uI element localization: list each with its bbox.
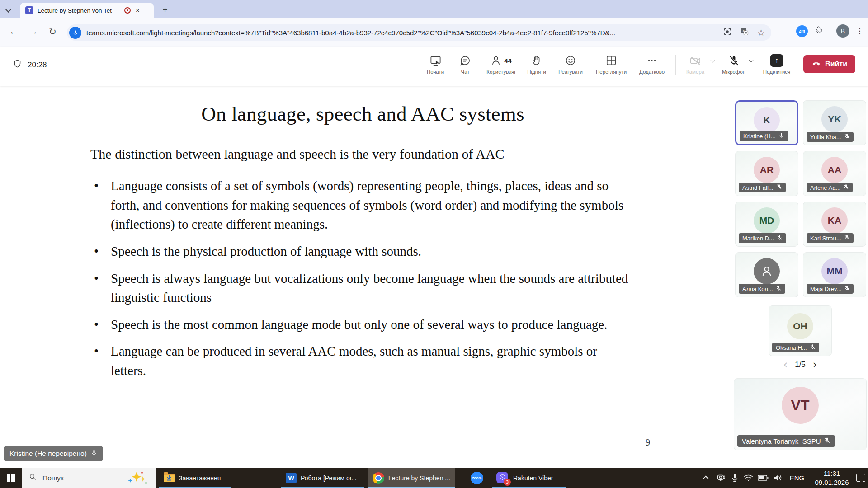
tray-time: 11:31 xyxy=(824,469,840,478)
tray-microphone-icon[interactable] xyxy=(729,468,741,488)
present-screen-icon xyxy=(429,54,442,67)
participant-tile[interactable]: K Kristine (H... xyxy=(735,100,798,145)
microphone-button[interactable]: Мікрофон xyxy=(719,52,749,75)
camera-off-icon xyxy=(689,54,702,67)
zoom-app-icon: zoom xyxy=(471,472,483,484)
tray-volume-icon[interactable] xyxy=(770,468,785,488)
taskbar-app-viber[interactable]: 3 Rakuten Viber xyxy=(492,468,566,488)
mic-muted-icon xyxy=(777,235,783,242)
tab-close-icon[interactable]: ✕ xyxy=(135,7,140,14)
participant-tile[interactable]: MD Mariken D... xyxy=(735,202,798,247)
participants-icon: 44 xyxy=(490,54,512,67)
react-button[interactable]: Реагувати xyxy=(552,52,590,75)
taskbar-app-zoom[interactable]: zoom xyxy=(466,468,488,488)
reload-icon[interactable]: ↻ xyxy=(49,26,57,37)
participant-tile[interactable]: Алла Кол... xyxy=(735,252,798,297)
hangup-icon xyxy=(811,59,821,70)
translate-icon[interactable]: A xyxy=(740,27,749,38)
avatar: KA xyxy=(821,207,848,234)
slide-bullet: Speech is the physical production of lan… xyxy=(90,242,635,261)
participant-tile-spotlight[interactable]: VT Valentyna Torianyk_SSPU xyxy=(734,378,867,450)
slide-bullet: Speech is the most common language mode … xyxy=(90,315,635,334)
participant-tile[interactable]: AA Arlene Aa... xyxy=(803,151,866,196)
present-button[interactable]: Почати xyxy=(420,52,450,75)
participant-name: Kari Strau... xyxy=(810,235,841,242)
mic-muted-icon xyxy=(824,437,830,445)
participants-pagination: ‹ 1/5 › xyxy=(732,359,868,370)
page-prev-icon[interactable]: ‹ xyxy=(783,359,788,370)
search-icon xyxy=(29,473,37,483)
tab-search-chevron-icon[interactable] xyxy=(6,5,14,13)
camera-button[interactable]: Камера xyxy=(680,52,710,75)
avatar xyxy=(754,258,780,284)
taskbar-app-word[interactable]: W Робота [Режим ог... xyxy=(281,468,364,488)
participant-tile[interactable]: KA Kari Strau... xyxy=(803,202,866,247)
page-next-icon[interactable]: › xyxy=(813,359,817,370)
share-button[interactable]: ↑ Поділитися xyxy=(757,52,796,75)
participant-name: Kristine (H... xyxy=(743,133,776,140)
back-icon[interactable]: ← xyxy=(9,26,18,37)
tab-title: Lecture by Stephen von Tet xyxy=(38,7,123,14)
tray-camera-in-use-icon[interactable] xyxy=(714,468,728,488)
view-grid-icon xyxy=(605,54,617,67)
mic-muted-icon xyxy=(810,344,816,351)
mic-muted-icon xyxy=(844,235,850,242)
tray-action-center-icon[interactable] xyxy=(854,468,868,488)
page-indicator: 1/5 xyxy=(795,360,806,369)
taskbar-search[interactable]: Пошук xyxy=(22,468,156,488)
slide-page-number: 9 xyxy=(646,437,650,448)
participant-tile[interactable]: OH Oksana H... xyxy=(769,305,832,356)
mic-muted-icon xyxy=(776,184,782,191)
zoom-extension-icon[interactable]: zm xyxy=(796,25,808,37)
taskbar-app-chrome[interactable]: Lecture by Stephen ... xyxy=(368,468,455,488)
tray-wifi-icon[interactable] xyxy=(741,468,755,488)
participant-tile[interactable]: MM Maja Drev... xyxy=(803,252,866,297)
taskbar-app-downloads[interactable]: Завантаження xyxy=(159,468,231,488)
slide-intro: The distinction between language and spe… xyxy=(90,146,635,162)
avatar: MD xyxy=(754,207,780,234)
start-button[interactable] xyxy=(0,468,22,488)
participants-button[interactable]: 44 Користувачі xyxy=(480,52,522,75)
browser-profile-avatar[interactable]: B xyxy=(836,24,849,38)
mic-permission-icon[interactable] xyxy=(69,27,81,39)
avatar: AR xyxy=(754,157,780,183)
google-lens-icon[interactable] xyxy=(723,27,732,38)
participant-tile[interactable]: AR Astrid Fall... xyxy=(735,151,798,196)
mic-muted-icon xyxy=(844,133,850,141)
share-screen-icon: ↑ xyxy=(770,54,783,67)
mic-on-icon xyxy=(91,450,97,458)
more-button[interactable]: Додатково xyxy=(633,52,671,75)
microphone-muted-icon xyxy=(728,54,740,67)
meeting-toolbar: 20:28 Почати Чат 44 Користувачі Пі xyxy=(0,47,868,86)
participant-tile[interactable]: YK Yuliia Kha... xyxy=(803,100,866,145)
view-button[interactable]: Переглянути xyxy=(590,52,633,75)
new-tab-button[interactable]: + xyxy=(159,4,171,16)
meeting-timer: 20:28 xyxy=(28,61,47,70)
participant-name: Алла Кол... xyxy=(742,286,773,292)
controls-divider xyxy=(675,55,676,75)
bookmark-star-icon[interactable]: ☆ xyxy=(757,28,765,38)
raise-hand-button[interactable]: Підняти xyxy=(522,52,552,75)
tray-date: 09.01.2026 xyxy=(815,478,849,487)
tray-battery-icon[interactable] xyxy=(756,468,770,488)
chat-button[interactable]: Чат xyxy=(450,52,480,75)
person-icon xyxy=(760,264,774,278)
tray-show-hidden-icons[interactable] xyxy=(700,468,712,488)
browser-menu-icon[interactable]: ⋮ xyxy=(856,26,863,36)
browser-tab[interactable]: T Lecture by Stephen von Tet ✕ xyxy=(20,3,154,18)
tray-language-indicator[interactable]: ENG xyxy=(786,468,808,488)
teams-favicon-icon: T xyxy=(25,6,33,14)
slide-bullet: Language consists of a set of symbols (w… xyxy=(90,176,635,234)
toolbar-divider xyxy=(830,26,830,36)
extensions-puzzle-icon[interactable] xyxy=(814,26,823,37)
participant-name: Astrid Fall... xyxy=(742,184,774,191)
word-icon: W xyxy=(286,473,297,483)
microphone-options-chevron-icon[interactable] xyxy=(749,58,754,63)
address-bar[interactable]: teams.microsoft.com/light-meetings/launc… xyxy=(67,24,771,41)
camera-options-chevron-icon[interactable] xyxy=(711,58,715,63)
forward-icon[interactable]: → xyxy=(29,26,38,37)
shared-slide: On language, speech and AAC systems The … xyxy=(90,86,635,388)
leave-meeting-button[interactable]: Вийти xyxy=(803,55,855,73)
slide-bullet: Speech is always language but vocalizati… xyxy=(90,269,635,307)
tray-clock[interactable]: 11:31 09.01.2026 xyxy=(809,468,854,488)
